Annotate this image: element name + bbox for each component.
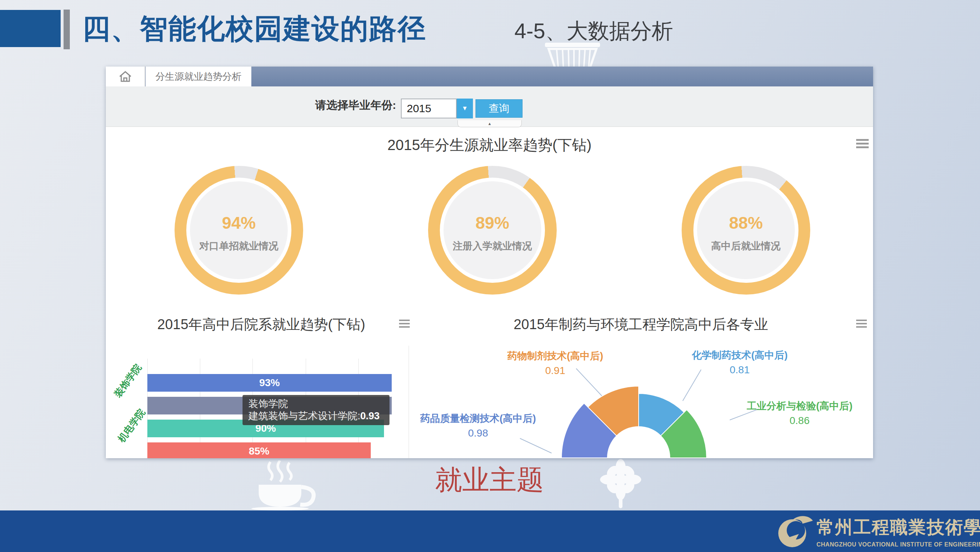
home-button[interactable]: [106, 67, 145, 86]
footer-bar: 常州工程職業技術學院 CHANGZHOU VOCATIONAL INSTITUT…: [0, 511, 980, 552]
pie-slice-label: 化学制药技术(高中后): [666, 349, 813, 362]
pie-slice-value: 0.91: [482, 365, 629, 377]
coffee-cup-watermark-icon: [240, 460, 327, 511]
bar-axis-label: 装饰学院: [111, 362, 144, 400]
slide-title: 四、智能化校园建设的路径: [82, 10, 426, 48]
pie-annotation: 药物制剂技术(高中后) 0.91: [482, 349, 629, 377]
bi-dashboard: 分生源就业趋势分析 请选择毕业年份: 2015 ▼ 查询 ▲ 2015年分生源就…: [106, 67, 873, 458]
theme-caption: 就业主题: [379, 462, 600, 499]
bar-chart-menu-icon[interactable]: [399, 319, 410, 330]
tooltip-value: 0.93: [361, 410, 380, 421]
header-accent-bar: [64, 10, 70, 49]
header-accent-square: [0, 10, 60, 47]
donut-gauge[interactable]: 88% 高中后就业情况: [682, 166, 810, 295]
slide: 四、智能化校园建设的路径 4-5、大数据分析: [0, 0, 980, 552]
dashboard-tab-bar: 分生源就业趋势分析: [106, 67, 873, 86]
donut-percent: 94%: [175, 213, 303, 233]
donut-percent: 88%: [682, 213, 810, 233]
donut-label: 对口单招就业情况: [175, 239, 303, 253]
pie-annotation: 药品质量检测技术(高中后) 0.98: [409, 412, 552, 439]
tooltip-line1: 装饰学院: [248, 398, 383, 410]
bar-value-label: 85%: [249, 445, 269, 457]
pie-chart-title: 2015年制药与环境工程学院高中后各专业: [409, 315, 873, 334]
collapse-handle[interactable]: ▲: [458, 120, 522, 127]
bar-chart-title: 2015年高中后院系就业趋势(下钻): [106, 315, 417, 334]
pie-chart-panel: 药物制剂技术(高中后) 0.91 化学制药技术(高中后) 0.81 工业分析与检…: [409, 346, 873, 458]
pie-slice-label: 药物制剂技术(高中后): [482, 349, 629, 362]
tab-employment-trend[interactable]: 分生源就业趋势分析: [145, 67, 251, 86]
pie-annotation: 工业分析与检验(高中后) 0.86: [726, 399, 873, 427]
pie-slice-value: 0.98: [409, 428, 552, 439]
pie-chart-menu-icon[interactable]: [856, 319, 867, 330]
bar-value[interactable]: 93%: [147, 374, 392, 392]
bar-value[interactable]: 85%: [147, 442, 371, 458]
school-name-cn: 常州工程職業技術學院: [816, 515, 975, 539]
bar-chart-tooltip: 装饰学院 建筑装饰与艺术设计学院:0.93: [242, 395, 390, 425]
year-select[interactable]: 2015: [401, 99, 457, 118]
school-name-en: CHANGZHOU VOCATIONAL INSTITUTE OF ENGINE…: [816, 541, 978, 548]
pie-annotation: 化学制药技术(高中后) 0.81: [666, 349, 813, 376]
flower-watermark-icon: [598, 458, 643, 508]
pie-slice-label: 药品质量检测技术(高中后): [409, 412, 552, 425]
bar-value-label: 93%: [259, 377, 280, 389]
year-select-label: 请选择毕业年份:: [267, 95, 396, 115]
main-chart-title: 2015年分生源就业率趋势(下钻): [106, 135, 873, 155]
slide-subtitle: 4-5、大数据分析: [514, 17, 673, 46]
query-button[interactable]: 查询: [476, 99, 522, 118]
school-logo-icon: [773, 513, 814, 549]
donut-label: 注册入学就业情况: [428, 239, 557, 253]
pie-slice-value: 0.81: [666, 364, 813, 376]
donut-percent: 89%: [428, 213, 557, 233]
tooltip-line2: 建筑装饰与艺术设计学院:0.93: [248, 410, 383, 422]
bar-axis-label: 机电学院: [115, 406, 148, 445]
pie-slice-value: 0.86: [726, 415, 873, 427]
donut-gauge[interactable]: 94% 对口单招就业情况: [175, 166, 303, 295]
basket-watermark-icon: [544, 43, 600, 69]
home-icon: [118, 70, 133, 83]
bar-chart-panel: 装饰学院 机电学院 93% 90% 85% 装饰学院 建筑装饰与艺术设计学院:0…: [106, 346, 409, 458]
main-chart-menu-icon[interactable]: [856, 139, 869, 150]
donut-label: 高中后就业情况: [682, 239, 810, 253]
donut-gauge[interactable]: 89% 注册入学就业情况: [428, 166, 557, 295]
pie-slice-label: 工业分析与检验(高中后): [726, 399, 873, 413]
year-select-arrow-icon[interactable]: ▼: [457, 99, 473, 118]
